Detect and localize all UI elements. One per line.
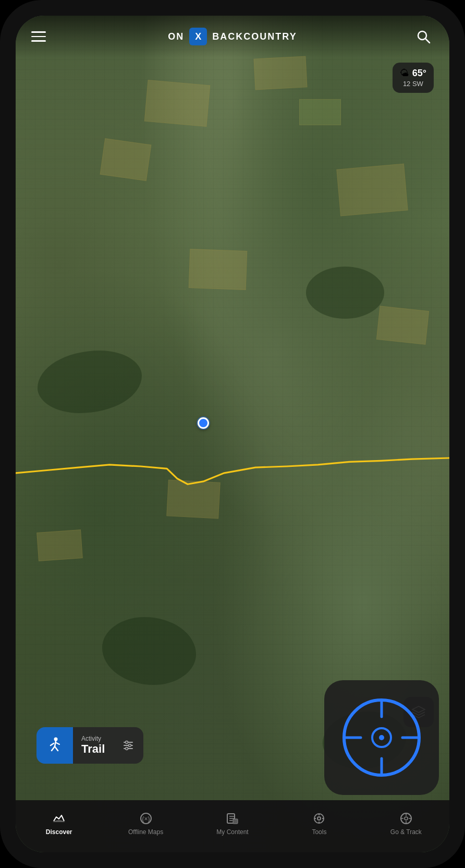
bottom-navigation: Discover (×) Offline Maps My Content xyxy=(16,800,449,852)
nav-label-offline-maps: Offline Maps xyxy=(128,828,163,836)
weather-temperature: 65° xyxy=(412,68,426,79)
compass-overlay[interactable] xyxy=(324,680,439,795)
svg-line-5 xyxy=(52,746,55,751)
sliders-icon xyxy=(122,739,134,752)
hamburger-line-2 xyxy=(31,36,46,38)
svg-point-30 xyxy=(317,817,321,820)
weather-widget[interactable]: 🌤 65° 12 SW xyxy=(393,63,434,93)
map-field-7 xyxy=(36,529,83,561)
app-header: ON X BACKCOUNTRY xyxy=(16,16,449,57)
svg-rect-28 xyxy=(233,819,238,824)
svg-point-40 xyxy=(405,817,408,820)
hamburger-line-3 xyxy=(31,40,46,42)
my-content-icon xyxy=(226,812,239,825)
weather-wind: 12 SW xyxy=(403,80,423,88)
compass-icon xyxy=(340,696,423,779)
map-field-4 xyxy=(336,163,408,216)
logo-x-box: X xyxy=(189,28,207,45)
map-field-6 xyxy=(376,306,429,345)
nav-item-tools[interactable]: Tools xyxy=(276,812,362,836)
svg-line-4 xyxy=(55,741,56,747)
tools-icon xyxy=(312,812,326,825)
weather-sun-icon: 🌤 xyxy=(400,68,409,79)
svg-point-14 xyxy=(126,748,128,750)
map-field-8 xyxy=(166,480,221,519)
map-field-5 xyxy=(189,249,248,290)
logo-text-on: ON xyxy=(168,31,184,42)
activity-settings-button[interactable] xyxy=(113,727,143,764)
activity-badge[interactable]: Activity Trail xyxy=(36,727,143,764)
location-dot-inner xyxy=(198,417,209,429)
activity-text-box: Activity Trail xyxy=(73,727,113,764)
phone-frame: ON X BACKCOUNTRY 🌤 65° 12 SW xyxy=(0,0,465,868)
map-field-9 xyxy=(299,99,341,125)
activity-label: Activity xyxy=(81,735,105,742)
svg-point-12 xyxy=(126,741,128,744)
svg-point-13 xyxy=(129,744,131,747)
search-button[interactable] xyxy=(413,26,434,47)
location-dot xyxy=(198,417,209,429)
search-icon xyxy=(416,29,431,44)
offline-maps-icon: (×) xyxy=(139,812,153,825)
activity-name: Trail xyxy=(81,742,105,756)
svg-line-7 xyxy=(51,743,54,745)
nav-label-my-content: My Content xyxy=(216,828,248,836)
activity-icon-box xyxy=(36,727,73,764)
discover-icon xyxy=(52,812,66,825)
go-track-icon xyxy=(399,812,413,825)
nav-item-discover[interactable]: Discover xyxy=(16,812,102,836)
weather-top: 🌤 65° xyxy=(400,68,426,79)
svg-point-21 xyxy=(379,735,384,740)
logo-text-backcountry: BACKCOUNTRY xyxy=(212,31,297,42)
map-field-1 xyxy=(144,80,210,127)
app-logo: ON X BACKCOUNTRY xyxy=(168,28,297,45)
svg-text:(×): (×) xyxy=(142,815,150,823)
map-field-3 xyxy=(100,138,152,181)
map-dark-2 xyxy=(306,267,384,319)
nav-label-discover: Discover xyxy=(46,828,72,836)
nav-item-go-track[interactable]: Go & Track xyxy=(363,812,449,836)
svg-line-6 xyxy=(55,746,58,751)
phone-screen: ON X BACKCOUNTRY 🌤 65° 12 SW xyxy=(16,16,449,852)
hiker-icon xyxy=(45,736,64,755)
map-field-2 xyxy=(253,56,307,90)
menu-button[interactable] xyxy=(31,26,52,47)
nav-label-tools: Tools xyxy=(312,828,326,836)
nav-label-go-track: Go & Track xyxy=(390,828,422,836)
svg-line-1 xyxy=(425,39,430,43)
nav-item-my-content[interactable]: My Content xyxy=(189,812,276,836)
logo-x-letter: X xyxy=(195,31,201,42)
nav-item-offline-maps[interactable]: (×) Offline Maps xyxy=(102,812,189,836)
svg-line-8 xyxy=(56,743,59,744)
hamburger-line-1 xyxy=(31,31,46,33)
